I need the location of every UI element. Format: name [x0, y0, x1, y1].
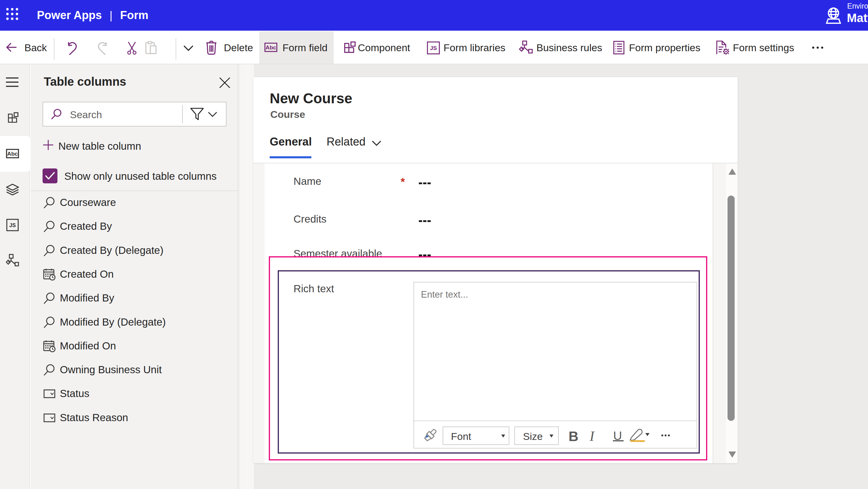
svg-text:JS: JS: [9, 222, 16, 228]
svg-text:Abc: Abc: [266, 44, 276, 51]
svg-text:Abc: Abc: [7, 151, 18, 157]
svg-text:JS: JS: [430, 45, 437, 51]
